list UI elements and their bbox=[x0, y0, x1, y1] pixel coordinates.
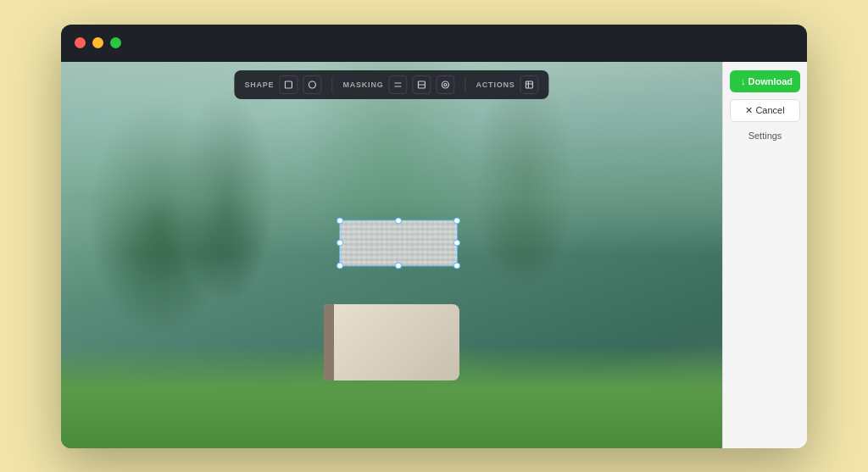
masking-option2-button[interactable] bbox=[413, 75, 431, 94]
book-area bbox=[324, 304, 459, 380]
cancel-button[interactable]: ✕ Cancel bbox=[730, 99, 800, 122]
app-window: SHAPE MASKING bbox=[61, 25, 807, 448]
masking-label: MASKING bbox=[342, 81, 383, 89]
masking-option1-button[interactable] bbox=[389, 75, 408, 94]
svg-point-6 bbox=[442, 81, 449, 88]
handle-bottom-right[interactable] bbox=[453, 262, 460, 269]
shape-rect-button[interactable] bbox=[279, 75, 298, 94]
selection-box[interactable] bbox=[339, 219, 458, 266]
shape-label: SHAPE bbox=[244, 81, 274, 89]
editor-area: SHAPE MASKING bbox=[61, 62, 807, 448]
photo-background bbox=[61, 62, 722, 448]
handle-top-middle[interactable] bbox=[395, 217, 402, 224]
masking-group: MASKING bbox=[342, 75, 454, 94]
traffic-lights bbox=[75, 37, 121, 48]
divider-1 bbox=[331, 77, 332, 92]
svg-point-1 bbox=[309, 81, 315, 88]
toolbar: SHAPE MASKING bbox=[234, 70, 548, 99]
canvas-container: SHAPE MASKING bbox=[61, 62, 722, 448]
minimize-button[interactable] bbox=[92, 37, 103, 48]
handle-middle-left[interactable] bbox=[337, 240, 343, 247]
close-button[interactable] bbox=[75, 37, 86, 48]
handle-top-left[interactable] bbox=[337, 217, 343, 224]
pixelated-region bbox=[340, 220, 457, 265]
maximize-button[interactable] bbox=[110, 37, 121, 48]
handle-bottom-middle[interactable] bbox=[395, 262, 402, 269]
settings-label: Settings bbox=[748, 130, 782, 141]
settings-button[interactable]: Settings bbox=[730, 129, 800, 142]
svg-rect-0 bbox=[285, 81, 292, 88]
actions-option-button[interactable] bbox=[520, 75, 539, 94]
titlebar bbox=[61, 25, 807, 62]
sidebar-panel: ↓ Download ✕ Cancel Settings bbox=[722, 62, 807, 448]
handle-middle-right[interactable] bbox=[453, 240, 460, 247]
shape-group: SHAPE bbox=[244, 75, 321, 94]
divider-2 bbox=[465, 77, 466, 92]
handle-top-right[interactable] bbox=[453, 217, 460, 224]
masking-option3-button[interactable] bbox=[437, 75, 455, 94]
download-button[interactable]: ↓ Download bbox=[730, 70, 800, 92]
actions-label: ACTIONS bbox=[476, 81, 515, 89]
svg-point-7 bbox=[444, 83, 447, 86]
actions-group: ACTIONS bbox=[476, 75, 539, 94]
svg-rect-8 bbox=[526, 81, 533, 88]
download-label: ↓ Download bbox=[741, 76, 793, 86]
shape-circle-button[interactable] bbox=[303, 75, 321, 94]
cancel-label: ✕ Cancel bbox=[745, 105, 784, 116]
handle-bottom-left[interactable] bbox=[337, 262, 343, 269]
